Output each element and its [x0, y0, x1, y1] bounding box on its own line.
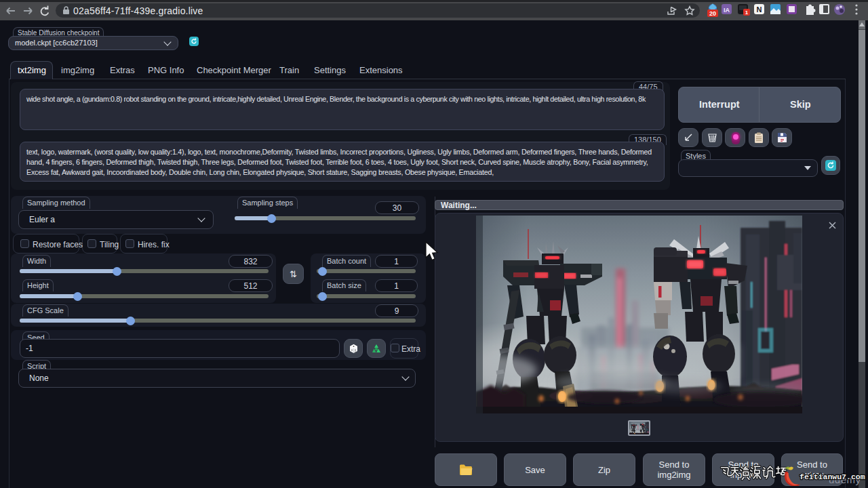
- svg-text:feitianwu7.com: feitianwu7.com: [800, 472, 865, 481]
- svg-text:N: N: [757, 5, 762, 14]
- svg-text:1: 1: [745, 9, 749, 16]
- svg-text:IA: IA: [724, 7, 730, 14]
- svg-text:20: 20: [709, 10, 716, 17]
